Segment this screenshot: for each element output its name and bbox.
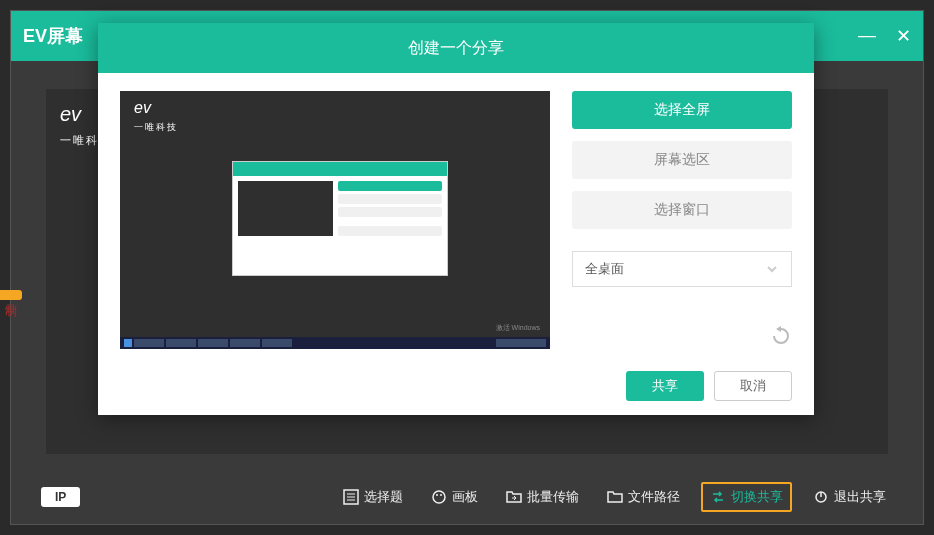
minimize-button[interactable]: — — [858, 25, 876, 47]
preview-subtitle: 一唯科技 — [134, 121, 178, 134]
nested-preview — [232, 161, 448, 276]
tool-file-path[interactable]: 文件路径 — [600, 484, 687, 510]
svg-point-5 — [436, 494, 438, 496]
preview-logo: ev — [134, 99, 151, 117]
tool-whiteboard[interactable]: 画板 — [424, 484, 485, 510]
list-icon — [343, 489, 359, 505]
option-window[interactable]: 选择窗口 — [572, 191, 792, 229]
share-options: 选择全屏 屏幕选区 选择窗口 全桌面 — [572, 91, 792, 401]
modal-footer: 共享 取消 — [626, 371, 792, 401]
tool-batch-transfer[interactable]: 批量传输 — [499, 484, 586, 510]
preview-logo: ev — [60, 103, 81, 126]
folder-arrow-icon — [506, 489, 522, 505]
watermark-text: 激活 Windows — [496, 323, 540, 333]
tool-exit-share[interactable]: 退出共享 — [806, 484, 893, 510]
confirm-button[interactable]: 共享 — [626, 371, 704, 401]
cancel-button[interactable]: 取消 — [714, 371, 792, 401]
ip-badge[interactable]: IP — [41, 487, 80, 507]
tool-switch-share[interactable]: 切换共享 — [701, 482, 792, 512]
swap-icon — [710, 489, 726, 505]
tool-quiz[interactable]: 选择题 — [336, 484, 410, 510]
app-title: EV屏幕 — [23, 24, 83, 48]
desktop-dropdown[interactable]: 全桌面 — [572, 251, 792, 287]
option-fullscreen[interactable]: 选择全屏 — [572, 91, 792, 129]
chevron-down-icon — [765, 262, 779, 276]
svg-point-4 — [433, 491, 445, 503]
power-icon — [813, 489, 829, 505]
side-tab-record[interactable]: 录制 — [0, 290, 22, 300]
bottom-toolbar: IP 选择题 画板 批量传输 文件路径 切换共享 退出共享 — [11, 469, 923, 524]
preview-taskbar — [120, 337, 550, 349]
folder-icon — [607, 489, 623, 505]
window-controls: — ✕ — [858, 25, 911, 47]
share-preview: ev 一唯科技 激活 Windows — [120, 91, 550, 349]
create-share-modal: 创建一个分享 ev 一唯科技 激活 Windows — [98, 23, 814, 415]
option-region[interactable]: 屏幕选区 — [572, 141, 792, 179]
modal-title: 创建一个分享 — [98, 23, 814, 73]
dropdown-selected: 全桌面 — [585, 260, 624, 278]
refresh-button[interactable] — [770, 325, 792, 347]
svg-point-6 — [440, 494, 442, 496]
close-button[interactable]: ✕ — [896, 25, 911, 47]
palette-icon — [431, 489, 447, 505]
